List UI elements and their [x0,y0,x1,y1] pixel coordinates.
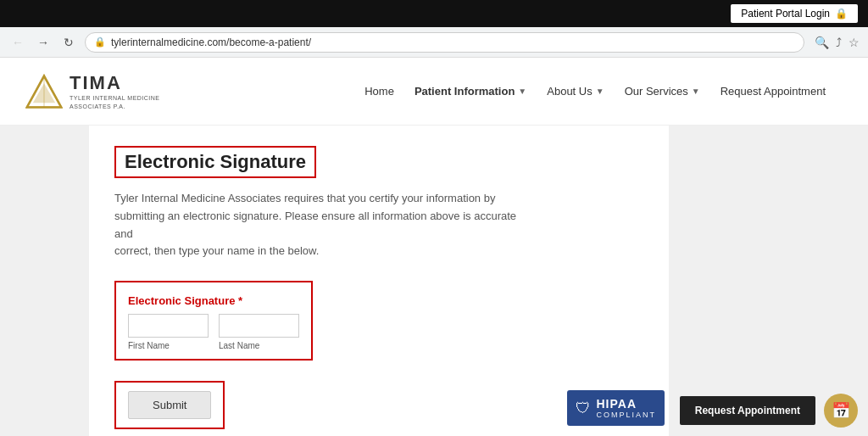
logo-area: TIMA TYLER INTERNAL MEDICINE ASSOCIATES … [25,72,160,109]
nav-our-services[interactable]: Our Services ▼ [625,85,700,98]
content-wrapper: Electronic Signature Tyler Internal Medi… [0,126,868,436]
address-lock-icon: 🔒 [94,36,106,48]
patient-portal-label: Patient Portal Login [741,8,830,20]
patient-info-chevron-icon: ▼ [518,87,526,96]
logo-tima: TIMA [70,72,160,94]
sig-inputs-row: First Name Last Name [128,314,299,350]
site-header: TIMA TYLER INTERNAL MEDICINE ASSOCIATES … [0,58,868,126]
top-bar: Patient Portal Login 🔒 [0,0,868,27]
logo-text: TIMA TYLER INTERNAL MEDICINE ASSOCIATES … [70,72,160,109]
request-appointment-bottom-button[interactable]: Request Appointment [680,396,815,425]
url-text: tylerinternalmedicine.com/become-a-patie… [111,36,311,48]
share-icon[interactable]: ⤴ [836,36,842,49]
sig-fields-label: Electronic Signature * [128,294,299,307]
address-bar[interactable]: 🔒 tylerinternalmedicine.com/become-a-pat… [85,32,804,53]
zoom-icon[interactable]: 🔍 [815,36,829,49]
required-marker: * [238,294,242,307]
section-description: Tyler Internal Medicine Associates requi… [114,190,521,260]
signature-fields-container: Electronic Signature * First Name Last N… [114,281,313,361]
main-nav: Home Patient Information ▼ About Us ▼ Ou… [364,85,826,98]
section-title-box: Electronic Signature [114,146,316,178]
patient-portal-button[interactable]: Patient Portal Login 🔒 [731,4,858,23]
logo-triangle-icon [25,73,63,110]
last-name-label: Last Name [219,341,299,350]
nav-request-appointment[interactable]: Request Appointment [721,85,826,98]
logo-subtitle: TYLER INTERNAL MEDICINE ASSOCIATES P.A. [70,94,160,109]
last-name-group: Last Name [219,314,299,350]
nav-home[interactable]: Home [364,85,394,98]
right-sidebar [669,126,868,436]
lock-icon: 🔒 [835,8,848,20]
back-button[interactable]: ← [8,33,27,52]
address-bar-icons: 🔍 ⤴ ☆ [815,36,860,49]
bottom-cta-bar: Request Appointment 📅 [0,394,868,436]
forward-button[interactable]: → [34,33,53,52]
our-services-chevron-icon: ▼ [692,87,700,96]
left-sidebar [0,126,89,436]
nav-patient-information[interactable]: Patient Information ▼ [415,85,526,98]
browser-bar: ← → ↻ 🔒 tylerinternalmedicine.com/become… [0,27,868,58]
section-title: Electronic Signature [125,151,306,172]
first-name-group: First Name [128,314,209,350]
last-name-input[interactable] [219,314,299,338]
first-name-input[interactable] [128,314,209,338]
calendar-icon: 📅 [832,401,850,420]
bookmark-icon[interactable]: ☆ [849,36,860,49]
nav-about-us[interactable]: About Us ▼ [547,85,604,98]
calendar-fab-button[interactable]: 📅 [824,394,858,428]
first-name-label: First Name [128,341,209,350]
reload-button[interactable]: ↻ [59,33,78,52]
about-us-chevron-icon: ▼ [596,87,604,96]
